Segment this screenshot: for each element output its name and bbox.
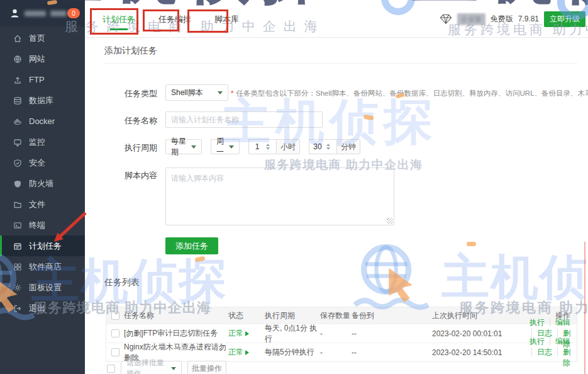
sidebar-item-settings[interactable]: 面板设置 (0, 277, 85, 298)
upgrade-button[interactable]: 立即升级 (544, 11, 585, 27)
run-link[interactable]: 执行 (530, 337, 545, 346)
firewall-icon (13, 179, 22, 188)
chevron-down-icon (218, 91, 223, 94)
chevron-down-icon (191, 145, 196, 149)
backup-to-cell: -- (352, 329, 432, 338)
security-icon (13, 159, 22, 167)
sidebar-item-firewall[interactable]: 防火墙 (0, 173, 85, 194)
sidebar-item-files[interactable]: 文件 (0, 194, 85, 215)
last-run-cell: 2023-02-20 14:50:01 (432, 348, 526, 357)
logout-icon (13, 304, 22, 313)
task-type-select[interactable]: Shell脚本 (165, 84, 228, 101)
period-day-select[interactable]: 周一 (211, 139, 240, 154)
sidebar: 0 首页 网站 FTP 数据库 Docker (0, 0, 85, 374)
play-icon[interactable] (245, 350, 249, 355)
col-last-run: 上次执行时间 (432, 310, 526, 321)
task-table: 任务名称 状态 执行周期 保存数量 备份到 上次执行时间 操作 [勿删]FTP审… (106, 307, 577, 362)
add-task-button[interactable]: 添加任务 (165, 237, 218, 254)
batch-checkbox[interactable] (107, 365, 115, 373)
tab-script-library[interactable]: 脚本库 (214, 14, 239, 30)
topbar: 计划任务 任务编排 脚本库 企业版 免费版 7.9.81 立即升级 (85, 0, 588, 38)
sidebar-item-terminal[interactable]: 终端 (0, 215, 85, 235)
keep-cell: - (320, 329, 352, 338)
sidebar-item-ftp[interactable]: FTP (0, 69, 85, 90)
sidebar-item-security[interactable]: 安全 (0, 152, 85, 173)
required-asterisk: * (231, 89, 233, 97)
select-all-checkbox[interactable] (111, 312, 119, 320)
script-content-textarea[interactable] (165, 167, 394, 225)
play-icon[interactable] (245, 331, 249, 336)
chevron-down-icon (229, 145, 234, 149)
col-backup-to: 备份到 (352, 310, 432, 321)
sidebar-item-logout[interactable]: 退出 (0, 298, 85, 319)
task-list-title: 任务列表 (104, 277, 140, 288)
sidebar-item-website[interactable]: 网站 (0, 48, 85, 69)
docker-icon (13, 117, 22, 126)
period-frequency-select[interactable]: 每星期 (165, 139, 202, 154)
minute-unit-label: 分钟 (336, 139, 360, 154)
add-cron-title: 添加计划任务 (104, 45, 157, 57)
run-link[interactable]: 执行 (530, 318, 545, 327)
server-identity[interactable]: 0 (0, 0, 85, 26)
sidebar-item-appstore[interactable]: 软件商店 (0, 256, 85, 277)
sidebar-item-docker[interactable]: Docker (0, 111, 85, 132)
task-type-note: *任务类型包含以下部分：Shell脚本、备份网站、备份数据库、日志切割、释放内存… (231, 89, 588, 98)
sidebar-item-cron[interactable]: 计划任务 (0, 235, 85, 256)
delete-link[interactable]: 删除 (557, 348, 570, 367)
topbar-right: 企业版 免费版 7.9.81 立即升级 (440, 0, 585, 38)
ftp-icon (13, 76, 22, 84)
col-status: 状态 (228, 310, 265, 321)
settings-icon (13, 283, 22, 292)
minute-input[interactable] (309, 142, 326, 151)
row-checkbox[interactable] (111, 329, 119, 337)
log-link[interactable]: 日志 (531, 348, 552, 356)
notification-badge[interactable]: 0 (67, 8, 80, 18)
task-name-input[interactable] (165, 111, 323, 128)
tab-cron[interactable]: 计划任务 (103, 14, 135, 30)
col-period: 执行周期 (265, 310, 320, 321)
home-icon (13, 34, 22, 43)
server-avatar-icon (9, 8, 20, 18)
tab-orchestration[interactable]: 任务编排 (158, 14, 191, 30)
edit-link[interactable]: 编辑 (550, 337, 570, 346)
row-checkbox[interactable] (111, 348, 119, 356)
database-icon (13, 96, 22, 105)
diamond-icon (440, 14, 452, 25)
website-icon (13, 55, 22, 64)
status-badge: 正常 (228, 347, 265, 358)
free-edition-label: 免费版 (491, 14, 513, 25)
hour-group: 小时 (248, 139, 300, 154)
tab-bar: 计划任务 任务编排 脚本库 (103, 14, 239, 30)
edition-badge: 企业版 (457, 13, 485, 25)
task-name-label: 任务名称 (125, 115, 162, 127)
sidebar-item-monitor[interactable]: 监控 (0, 132, 85, 152)
table-row: Nginx防火墙木马查杀进程请勿删除 正常 每隔5分钟执行 - -- 2023-… (106, 343, 577, 361)
sidebar-item-database[interactable]: 数据库 (0, 90, 85, 111)
batch-action-button[interactable]: 批量操作 (187, 361, 226, 374)
col-keep-count: 保存数量 (320, 310, 352, 321)
row-actions: 执行编辑日志删除 (526, 336, 577, 368)
hour-stepper[interactable] (266, 144, 270, 150)
sidebar-item-home[interactable]: 首页 (0, 28, 85, 48)
hour-input[interactable] (249, 142, 265, 151)
script-content-wrap (165, 167, 394, 225)
section-divider (104, 63, 577, 64)
batch-controls: 请选择批量操作 批量操作 (107, 361, 226, 374)
batch-action-select[interactable]: 请选择批量操作 (121, 361, 182, 374)
table-header: 任务名称 状态 执行周期 保存数量 备份到 上次执行时间 操作 (106, 307, 577, 324)
chevron-down-icon (171, 367, 176, 370)
hour-unit-label: 小时 (276, 139, 300, 154)
terminal-icon (13, 221, 22, 230)
version-number: 7.9.81 (518, 14, 539, 23)
task-type-label: 任务类型 (125, 88, 162, 99)
minute-group: 分钟 (309, 139, 360, 154)
sidebar-menu: 首页 网站 FTP 数据库 Docker 监控 (0, 28, 85, 319)
cron-icon (13, 242, 22, 251)
minute-stepper[interactable] (326, 144, 330, 150)
table-row: [勿删]FTP审计日志切割任务 正常 每天, 0点1分 执行 - -- 2023… (106, 324, 577, 343)
keep-cell: - (320, 348, 352, 357)
edit-link[interactable]: 编辑 (550, 318, 570, 327)
main-area: 计划任务 任务编排 脚本库 企业版 免费版 7.9.81 立即升级 添加计划任务… (85, 0, 588, 374)
appstore-icon (13, 263, 22, 271)
status-badge: 正常 (228, 328, 265, 339)
